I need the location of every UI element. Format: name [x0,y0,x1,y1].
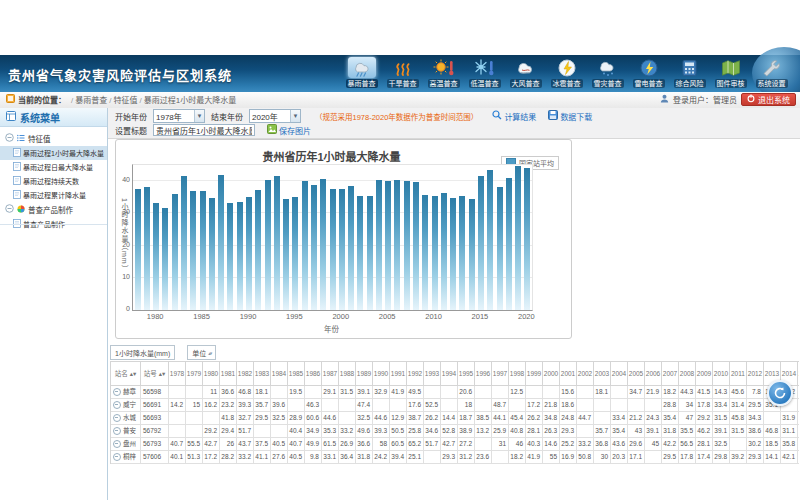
breadcrumb-item[interactable]: 暴雨过程1小时最大降水量 [144,96,236,105]
station-name-column-header[interactable]: 站名 ▴▾ [111,362,141,386]
save-image-button[interactable]: 保存图片 [267,124,311,136]
bar[interactable] [515,166,521,310]
bar[interactable] [357,196,363,310]
bar[interactable] [320,179,326,310]
tree-item[interactable]: 暴雨过程1小时最大降水量 [0,146,107,160]
bar[interactable] [218,175,224,310]
bar[interactable] [385,181,391,310]
bar[interactable] [506,178,512,310]
toolbar-item-rainstorm[interactable]: 暴雨普查 [341,57,382,91]
toolbar-item-low-temp[interactable]: 低温普查 [464,57,505,91]
bar[interactable] [144,187,150,310]
breadcrumb-item[interactable]: 特征值 [113,96,137,105]
bar[interactable] [283,199,289,310]
station-row-name[interactable]: 威宁 [111,399,141,412]
bar[interactable] [478,176,484,310]
calculate-button[interactable]: 计算结果 [492,110,536,122]
bar[interactable] [190,191,196,310]
collapse-toggle-icon[interactable] [5,133,14,144]
bar[interactable] [209,198,215,310]
chart-title-input[interactable] [153,124,255,136]
expand-row-icon[interactable] [113,414,121,422]
refresh-fab[interactable] [767,380,793,406]
measure-chip[interactable]: 1小时降水量(mm) [110,345,175,360]
value-cell: 46.8 [764,425,781,438]
bar[interactable] [524,168,530,310]
station-row-name[interactable]: 水城 [111,412,141,425]
sidebar-divider [0,224,107,225]
toolbar-item-hail[interactable]: 冰雹普查 [546,57,587,91]
bar[interactable] [274,176,280,310]
download-button[interactable]: 数据下载 [548,110,592,122]
toolbar-item-snow[interactable]: 雪灾普查 [587,57,628,91]
bar[interactable] [376,180,382,310]
bar[interactable] [469,199,475,310]
bar[interactable] [135,189,141,310]
expand-row-icon[interactable] [113,427,121,435]
breadcrumb-item[interactable]: 暴雨普查 [75,96,107,105]
expand-row-icon[interactable] [113,453,121,461]
bar[interactable] [450,198,456,310]
toolbar-item-high-temp[interactable]: 高温普查 [423,57,464,91]
tree-item-label: 暴雨过程累计降水量 [23,190,86,200]
bar[interactable] [227,203,233,310]
bar[interactable] [422,195,428,310]
bar[interactable] [237,202,243,310]
bar[interactable] [441,193,447,310]
bar[interactable] [172,194,178,310]
bar[interactable] [246,197,252,310]
bar[interactable] [432,196,438,310]
bar[interactable] [348,186,354,310]
unit-chip[interactable]: 单位 ▴▾ [187,345,216,360]
expand-row-icon[interactable] [113,440,121,448]
toolbar-item-map-review[interactable]: 图件审核 [710,57,751,91]
station-row-name[interactable]: 赫章 [111,386,141,399]
tree-group[interactable]: 普查产品制作 [0,202,107,217]
bar[interactable] [255,190,261,311]
station-row-name[interactable]: 盘州 [111,438,141,451]
toolbar-item-comprehensive-risk[interactable]: 综合风险 [669,57,710,91]
station-id-column-header[interactable]: 站号 ▴▾ [141,362,169,386]
bar[interactable] [459,196,465,310]
toolbar-item-lightning[interactable]: 雷电普查 [628,57,669,91]
value-cell: 42.1 [781,451,798,464]
value-cell [186,412,203,425]
bar[interactable] [265,180,271,310]
bar[interactable] [497,187,503,310]
station-id: 56792 [141,425,169,438]
bar[interactable] [200,191,206,310]
collapse-toggle-icon[interactable] [5,204,14,215]
expand-row-icon[interactable] [113,388,121,396]
tree-item[interactable]: 暴雨过程持续天数 [0,174,107,188]
start-year-select[interactable]: 1978年 ▼ [153,109,205,123]
station-row-name[interactable]: 普安 [111,425,141,438]
logout-button[interactable]: 退出系统 [741,93,796,106]
tree-item[interactable]: 暴雨过程累计降水量 [0,188,107,202]
x-axis-tick: 2015 [472,312,489,321]
expand-row-icon[interactable] [113,401,121,409]
tree-group[interactable]: 特征值 [0,131,107,146]
bar[interactable] [394,180,400,310]
bar[interactable] [330,189,336,310]
value-cell: 27.2 [458,438,475,451]
toolbar-item-drought[interactable]: 干旱普查 [382,57,423,91]
bar[interactable] [153,203,159,310]
bar[interactable] [413,182,419,310]
bar[interactable] [367,196,373,310]
bar[interactable] [339,189,345,310]
value-cell [764,412,781,425]
end-year-select[interactable]: 2020年 ▼ [249,109,301,123]
bar[interactable] [404,181,410,310]
year-column-header: 2004 [611,362,628,386]
bar[interactable] [181,176,187,310]
station-row-name[interactable]: 桐梓 [111,451,141,464]
bar[interactable] [292,197,298,310]
value-cell: 20.3 [611,451,628,464]
bar[interactable] [162,208,168,310]
bar[interactable] [487,170,493,310]
toolbar-item-settings[interactable]: 系统设置 [751,57,792,91]
bar[interactable] [311,185,317,310]
bar[interactable] [302,181,308,310]
toolbar-item-wind[interactable]: 大风普查 [505,57,546,91]
tree-item[interactable]: 暴雨过程日最大降水量 [0,160,107,174]
